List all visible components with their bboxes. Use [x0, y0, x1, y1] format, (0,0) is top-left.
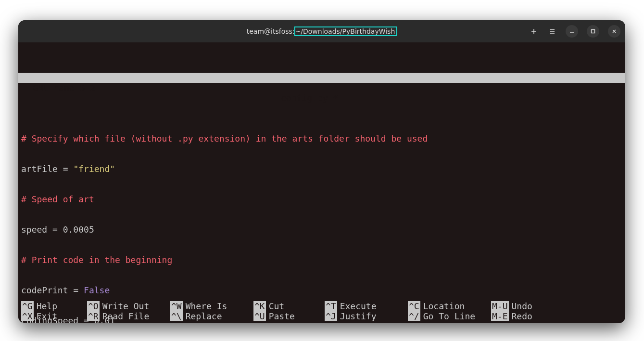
- nano-filename: config.py *: [281, 93, 338, 103]
- maximize-button[interactable]: [587, 25, 599, 38]
- terminal-body[interactable]: GNU nano 6.2 config.py * # Specify which…: [18, 42, 625, 323]
- editor-content[interactable]: # Specify which file (without .py extens…: [18, 113, 625, 323]
- title-prefix: team@itsfoss:: [247, 27, 295, 35]
- shortcut-readfile[interactable]: ^RRead File: [87, 311, 170, 321]
- menu-button[interactable]: [547, 26, 557, 36]
- shortcut-location[interactable]: ^CLocation: [408, 301, 491, 311]
- nano-status-bar: GNU nano 6.2 config.py *: [18, 73, 625, 83]
- code-line: # Print code in the beginning: [21, 255, 172, 265]
- close-button[interactable]: [608, 25, 620, 38]
- new-tab-button[interactable]: [529, 26, 539, 36]
- shortcut-cut[interactable]: ^KCut: [253, 301, 325, 311]
- title-path: ~/Downloads/PyBirthdayWish: [295, 27, 395, 35]
- code-line: # Speed of art: [21, 194, 94, 204]
- code-line: # Specify which file (without .py extens…: [21, 133, 428, 144]
- window-title: team@itsfoss: ~/Downloads/PyBirthdayWish: [247, 26, 397, 36]
- shortcut-undo[interactable]: M-UUndo: [491, 301, 563, 311]
- code-line: codePrint =: [21, 285, 84, 295]
- code-line: speed = 0.0005: [21, 224, 94, 235]
- terminal-window: team@itsfoss: ~/Downloads/PyBirthdayWish: [18, 20, 625, 323]
- titlebar: team@itsfoss: ~/Downloads/PyBirthdayWish: [18, 20, 625, 42]
- code-line: artFile =: [21, 164, 73, 174]
- shortcut-justify[interactable]: ^JJustify: [325, 311, 408, 321]
- svg-rect-0: [592, 30, 595, 33]
- code-string: "friend": [73, 164, 115, 174]
- shortcut-execute[interactable]: ^TExecute: [325, 301, 408, 311]
- nano-version: GNU nano 6.2: [33, 83, 95, 93]
- titlebar-controls: [529, 20, 620, 42]
- shortcut-help[interactable]: ^GHelp: [21, 301, 87, 311]
- shortcut-whereis[interactable]: ^WWhere Is: [170, 301, 253, 311]
- shortcut-paste[interactable]: ^UPaste: [253, 311, 325, 321]
- shortcut-gotoline[interactable]: ^/Go To Line: [408, 311, 491, 321]
- shortcut-replace[interactable]: ^\Replace: [170, 311, 253, 321]
- code-keyword: False: [84, 285, 110, 295]
- shortcut-writeout[interactable]: ^OWrite Out: [87, 301, 170, 311]
- minimize-button[interactable]: [566, 25, 578, 38]
- title-path-highlight: ~/Downloads/PyBirthdayWish: [294, 26, 397, 36]
- shortcut-redo[interactable]: M-ERedo: [491, 311, 563, 321]
- nano-footer: ^GHelp ^OWrite Out ^WWhere Is ^KCut ^TEx…: [21, 301, 622, 321]
- shortcut-exit[interactable]: ^XExit: [21, 311, 87, 321]
